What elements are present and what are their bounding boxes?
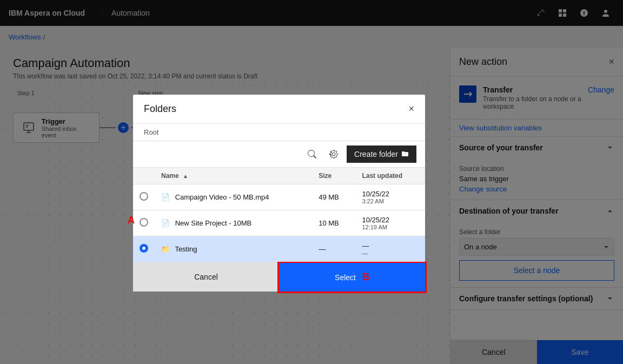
modal-breadcrumb: Root — [133, 124, 425, 141]
row3-name-text: Testing — [175, 245, 197, 253]
modal-select-btn[interactable]: Select B — [279, 263, 425, 292]
modal-table-container: Name ▲ Size Last updated 📄 — [133, 168, 425, 262]
table-row[interactable]: 📄 New Site Project - 10MB 10 MB 10/25/22… — [133, 210, 425, 236]
modal-title: Folders — [144, 103, 176, 115]
file-icon-2: 📄 — [161, 219, 170, 227]
table-header: Name ▲ Size Last updated — [133, 168, 425, 184]
row2-name-text: New Site Project - 10MB — [175, 219, 252, 227]
th-checkbox — [133, 168, 155, 184]
search-icon — [308, 150, 316, 158]
folders-modal: Folders × Root Create folder — [133, 95, 425, 292]
row1-date: 10/25/22 — [362, 190, 419, 198]
modal-toolbar: Create folder — [133, 141, 425, 168]
row2-name: 📄 New Site Project - 10MB — [155, 210, 312, 236]
row2-updated: 10/25/22 12:19 AM — [355, 210, 425, 236]
th-last-updated: Last updated — [355, 168, 425, 184]
folders-table: Name ▲ Size Last updated 📄 — [133, 168, 425, 262]
modal-select-label: Select — [335, 273, 356, 282]
table-body: 📄 Campaign Video - 50 MB.mp4 49 MB 10/25… — [133, 184, 425, 262]
row1-name: 📄 Campaign Video - 50 MB.mp4 — [155, 184, 312, 210]
row2-size: 10 MB — [312, 210, 355, 236]
row1-radio[interactable] — [140, 192, 148, 201]
search-icon-btn[interactable] — [303, 145, 321, 163]
modal-close-btn[interactable]: × — [408, 103, 414, 115]
table-row[interactable]: 📁 Testing — — — — [133, 236, 425, 262]
settings-icon-btn[interactable] — [325, 145, 342, 163]
folder-icon: 📁 — [161, 245, 170, 253]
new-folder-icon — [401, 150, 409, 158]
modal-overlay: Folders × Root Create folder — [0, 0, 623, 364]
settings-icon — [329, 150, 338, 158]
row3-time: — — [362, 250, 419, 256]
row3-name: 📁 Testing — [155, 236, 312, 262]
th-name[interactable]: Name ▲ — [155, 168, 312, 184]
row2-date: 10/25/22 — [362, 216, 419, 224]
row2-checkbox[interactable] — [133, 210, 155, 236]
row3-updated: — — — [355, 236, 425, 262]
row1-size: 49 MB — [312, 184, 355, 210]
annotation-a: A — [128, 215, 135, 226]
modal-footer: Cancel Select B — [133, 262, 425, 292]
row3-radio[interactable] — [140, 244, 148, 253]
modal-cancel-btn[interactable]: Cancel — [133, 263, 279, 292]
th-name-label: Name — [161, 172, 179, 180]
create-folder-btn[interactable]: Create folder — [347, 145, 416, 163]
row3-size: — — [312, 236, 355, 262]
row1-checkbox[interactable] — [133, 184, 155, 210]
modal-header: Folders × — [133, 95, 425, 124]
table-row[interactable]: 📄 Campaign Video - 50 MB.mp4 49 MB 10/25… — [133, 184, 425, 210]
sort-icon: ▲ — [183, 173, 188, 179]
create-folder-label: Create folder — [354, 150, 398, 158]
row1-time: 3:22 AM — [362, 198, 419, 204]
row1-name-text: Campaign Video - 50 MB.mp4 — [175, 193, 269, 201]
table-header-row: Name ▲ Size Last updated — [133, 168, 425, 184]
row3-checkbox[interactable] — [133, 236, 155, 262]
file-icon: 📄 — [161, 193, 170, 201]
annotation-b: B — [362, 272, 369, 282]
row2-time: 12:19 AM — [362, 224, 419, 230]
row3-date: — — [362, 242, 419, 250]
th-size: Size — [312, 168, 355, 184]
row1-updated: 10/25/22 3:22 AM — [355, 184, 425, 210]
row2-radio[interactable] — [140, 218, 148, 227]
